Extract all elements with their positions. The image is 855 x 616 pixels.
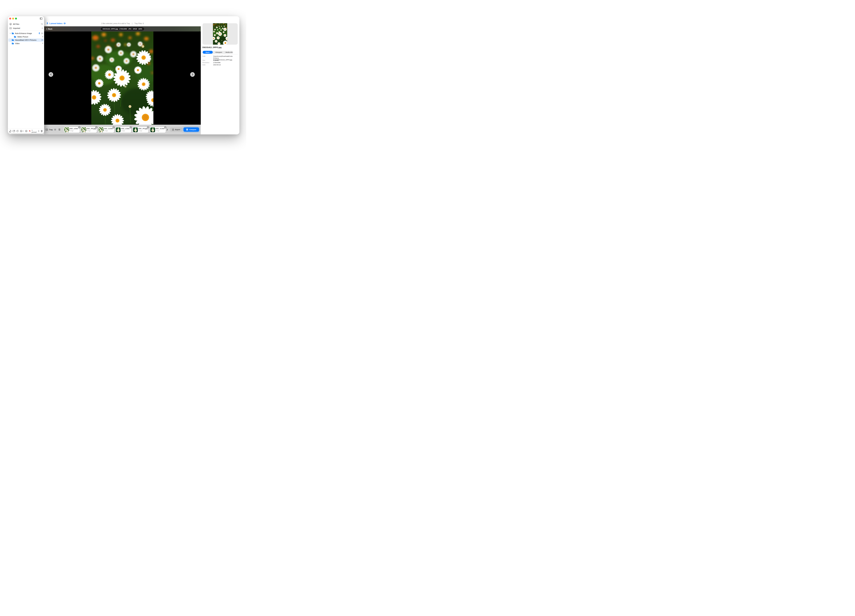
sidebar-item-all-files[interactable]: All Files 79 [8, 22, 44, 26]
folder-icon [12, 43, 14, 44]
folder-icon [14, 36, 16, 38]
sidebar-folder-video[interactable]: Video 4 [8, 42, 44, 45]
tray-card-type: image [87, 130, 90, 132]
sidebar-footer: 1 pinned [8, 129, 44, 133]
image-info-pill: DSC01413_OPPO.jpg · 2730x4095 · JPG · sR… [101, 28, 144, 31]
sidebar-folder-auto-enhance[interactable]: Auto-Enhance Image 50 [8, 32, 44, 35]
tray-scroll-right-button[interactable] [167, 125, 168, 135]
minimize-window-button[interactable] [12, 18, 14, 20]
remove-from-tray-button[interactable] [112, 126, 115, 129]
export-button[interactable]: Export [170, 127, 182, 132]
sidebar-item-imported[interactable]: Imported 0 [8, 26, 44, 30]
viewer-header-bar: Back DSC01413_OPPO.jpg · 2730x4095 · JPG… [44, 26, 201, 31]
tray-card-type: image [156, 130, 159, 132]
image-viewer [44, 31, 201, 125]
remove-from-tray-button[interactable] [130, 126, 132, 129]
add-file-icon[interactable] [9, 130, 11, 132]
top-toolbar: 1 pinned folders 1 files selected, press… [44, 16, 201, 26]
tray-card-thumbnail [99, 127, 103, 132]
tab-histogram[interactable]: Histogram [213, 51, 225, 54]
tray-files-count: Tray Files: 6 [135, 23, 144, 25]
tray-card-type: image [70, 130, 74, 132]
sidebar-item-label: Imported [13, 27, 20, 29]
inspector-thumbnail [213, 23, 227, 44]
grid-icon [186, 129, 188, 130]
folder-label: Video [15, 43, 20, 44]
tray-card[interactable]: DSC...e.heic image [64, 127, 80, 133]
sidebar-panel: All Files 79 Imported 0 Auto-Enhance Ima… [8, 16, 44, 133]
chevron-left-icon [46, 28, 48, 30]
sidebar-divider [9, 31, 43, 31]
sidebar-folder-hasselblad[interactable]: Hasselblad X2D II Pictures 25 [8, 38, 44, 42]
pin-icon [46, 22, 48, 25]
sidebar-toggle-icon[interactable] [40, 17, 42, 20]
folder-count: 9 [42, 36, 44, 38]
pinned-folders-label: 1 pinned folders [49, 23, 63, 25]
tray-card-thumbnail [116, 127, 121, 132]
eye-icon[interactable] [63, 23, 66, 24]
pinned-folders-control[interactable]: 1 pinned folders [46, 21, 66, 25]
field-resolution-value: 2730x4095 [213, 62, 238, 64]
zoom-window-button[interactable] [15, 18, 17, 20]
inspector-tabs: Basic Histogram Media Info [203, 51, 233, 54]
tray-card-name: DSC...in.heic [104, 128, 113, 129]
selection-status-text: 1 files selected, press A to add to Tray [101, 23, 130, 25]
compare-label: Compare [189, 129, 196, 130]
sidebar-item-label: All Files [13, 23, 19, 25]
tray-card-name: DSC...e.heic [121, 128, 130, 129]
folder-icon [12, 39, 14, 41]
remove-from-tray-button[interactable] [147, 126, 149, 129]
remove-from-tray-button[interactable] [95, 126, 98, 129]
tray-card[interactable]: DSC...in.heic image [98, 127, 114, 133]
tray-card-thumbnail [64, 127, 69, 132]
tray-card-name: DSC...PO.jpg [138, 128, 147, 129]
sidebar-folder-slides-picture[interactable]: Slides Picture 9 [8, 35, 44, 38]
tray-card[interactable]: DSC...PO.jpg image [133, 127, 149, 133]
chevron-down-icon[interactable] [9, 33, 11, 34]
close-window-button[interactable] [9, 18, 11, 20]
remove-from-tray-button[interactable] [164, 126, 166, 129]
tray-inbox-icon [46, 129, 48, 131]
tray-card-name: DSC...PO.jpg [87, 128, 96, 129]
sidebar-item-count: 0 [42, 28, 43, 29]
field-date-value: 2023-05-15 [213, 64, 238, 66]
field-size-label: Size [202, 60, 205, 61]
folder-label: Auto-Enhance Image [15, 32, 32, 34]
share-icon [172, 129, 174, 131]
trash-icon[interactable] [41, 130, 43, 132]
tray-card-type: image [104, 130, 108, 132]
tray-card-name: DSC...e.heic [70, 128, 78, 129]
folder-label: Hasselblad X2D II Pictures [15, 39, 37, 41]
compare-button[interactable]: Compare [184, 127, 199, 132]
tray-card[interactable]: DSC...PO.jpg image [81, 127, 97, 133]
tray-card-type: image [138, 130, 142, 132]
pinned-count-control[interactable]: 1 pinned [29, 129, 39, 133]
tab-basic[interactable]: Basic [203, 51, 213, 54]
remove-from-tray-button[interactable] [78, 126, 80, 129]
up-down-chevrons-icon [38, 130, 39, 132]
red-pushpin-icon [29, 130, 31, 132]
folder-icon [12, 32, 14, 34]
selection-status: 1 files selected, press A to add to Tray… [101, 21, 144, 25]
inspector-thumbnail-frame [202, 23, 238, 44]
tray-count-badge: 6 [54, 128, 57, 131]
sort-order-icon[interactable] [20, 130, 24, 132]
tray-scroll-left-button[interactable] [60, 125, 61, 135]
tray-card[interactable]: DSC...in.heic image [150, 127, 166, 133]
previous-image-button[interactable] [49, 72, 53, 77]
folder-count: 4 [42, 43, 44, 44]
add-folder-icon[interactable] [13, 130, 15, 132]
back-button[interactable]: Back [46, 26, 52, 31]
tab-media-info[interactable]: Media Info [225, 51, 233, 54]
field-resolution-label: Resolution [202, 62, 209, 64]
field-date-label: Date [202, 64, 205, 66]
folder-count: 25 [41, 39, 44, 41]
refresh-icon[interactable] [17, 130, 18, 132]
field-size-value: 5.43 MB [213, 60, 238, 61]
tray-card[interactable]: DSC...e.heic image [115, 127, 131, 133]
main-photo [91, 31, 153, 125]
filter-icon[interactable] [25, 130, 28, 132]
app-window: 1 pinned folders 1 files selected, press… [8, 16, 239, 135]
next-image-button[interactable] [190, 72, 195, 77]
status-divider: | [132, 23, 133, 25]
